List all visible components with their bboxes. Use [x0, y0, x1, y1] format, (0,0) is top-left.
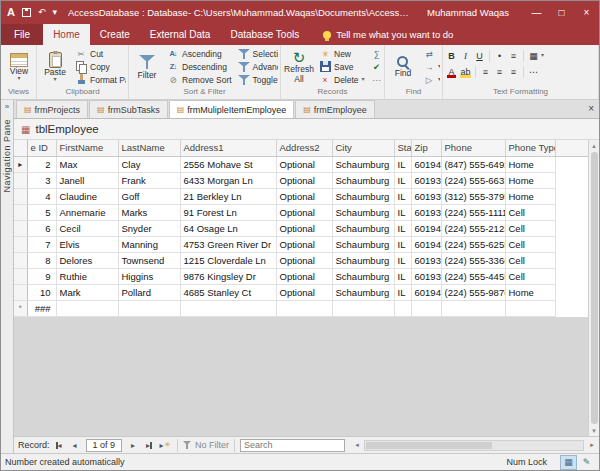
cut-button[interactable]: ✂Cut [73, 47, 126, 60]
table-cell[interactable]: Mark [56, 284, 118, 300]
table-cell[interactable] [394, 300, 411, 316]
table-cell[interactable]: Goff [118, 188, 180, 204]
table-cell[interactable]: Snyder [118, 220, 180, 236]
table-cell[interactable]: 60193 [411, 268, 441, 284]
table-cell[interactable]: 4753 Green River Dr [180, 236, 276, 252]
table-cell[interactable]: 6 [27, 220, 56, 236]
table-cell[interactable]: Cell [505, 204, 555, 220]
table-cell[interactable]: Optional [276, 284, 332, 300]
row-selector[interactable] [14, 268, 27, 284]
descending-button[interactable]: Z↓Descending [165, 60, 234, 73]
row-selector[interactable] [14, 204, 27, 220]
format-painter-button[interactable]: Format Painter [73, 73, 126, 86]
paste-button[interactable]: Paste ▾ [39, 46, 71, 86]
table-cell[interactable]: 3 [27, 172, 56, 188]
column-header[interactable]: LastName [118, 140, 180, 156]
table-cell[interactable]: Optional [276, 268, 332, 284]
align-left-button[interactable]: ≡ [479, 65, 492, 78]
row-selector[interactable] [14, 252, 27, 268]
table-cell[interactable]: Cell [505, 236, 555, 252]
refresh-all-button[interactable]: ↻ Refresh All [283, 46, 315, 86]
table-cell[interactable]: Home [505, 188, 555, 204]
table-cell[interactable]: 9876 Kingsley Dr [180, 268, 276, 284]
new-blank-record-button[interactable]: ▸✳ [158, 439, 172, 452]
table-cell[interactable]: Optional [276, 220, 332, 236]
spelling-button[interactable]: ✔ [369, 60, 382, 73]
customize-qat-icon[interactable]: ▾ [53, 8, 58, 17]
table-cell[interactable]: 5 [27, 204, 56, 220]
bold-button[interactable]: B [445, 49, 458, 62]
font-color-button[interactable]: A [445, 65, 458, 78]
table-cell[interactable]: Claudine [56, 188, 118, 204]
table-cell[interactable]: IL [394, 252, 411, 268]
table-cell[interactable]: 60193 [411, 204, 441, 220]
filter-button[interactable]: Filter [131, 46, 163, 86]
more-formatting-button[interactable]: ⋯ [527, 65, 540, 78]
table-cell[interactable]: 60194 [411, 156, 441, 172]
table-cell[interactable]: 10 [27, 284, 56, 300]
table-cell[interactable]: Home [505, 172, 555, 188]
column-header[interactable]: Stat [394, 140, 411, 156]
tab-database-tools[interactable]: Database Tools [220, 24, 309, 45]
last-record-button[interactable]: ▸ [142, 439, 156, 452]
table-cell[interactable]: Janell [56, 172, 118, 188]
table-cell[interactable]: Schaumburg [332, 220, 394, 236]
align-right-button[interactable]: ≡ [507, 65, 520, 78]
scroll-up-icon[interactable]: ▴ [592, 140, 596, 151]
table-cell[interactable]: IL [394, 268, 411, 284]
table-cell[interactable]: ### [27, 300, 56, 316]
table-cell[interactable]: (224) 555-1111 [441, 204, 505, 220]
table-cell[interactable]: (312) 555-3795 [441, 188, 505, 204]
minimize-button[interactable]: — [524, 1, 549, 24]
table-cell[interactable]: (224) 555-4455 [441, 268, 505, 284]
table-cell[interactable]: Pollard [118, 284, 180, 300]
tab-create[interactable]: Create [90, 24, 140, 45]
table-cell[interactable] [276, 300, 332, 316]
table-cell[interactable]: 60194 [411, 220, 441, 236]
table-cell[interactable]: IL [394, 156, 411, 172]
table-cell[interactable]: 4685 Stanley Ct [180, 284, 276, 300]
table-cell[interactable]: 9 [27, 268, 56, 284]
table-cell[interactable]: Clay [118, 156, 180, 172]
row-selector[interactable] [14, 220, 27, 236]
table-cell[interactable]: Higgins [118, 268, 180, 284]
underline-button[interactable]: U [473, 49, 486, 62]
table-cell[interactable] [411, 300, 441, 316]
table-cell[interactable] [56, 300, 118, 316]
horizontal-scrollbar[interactable]: ◂ ▸ [350, 437, 599, 454]
table-cell[interactable]: Frank [118, 172, 180, 188]
table-cell[interactable]: (224) 555-6631 [441, 172, 505, 188]
horizontal-scrollbar-track[interactable] [364, 440, 584, 451]
table-cell[interactable]: IL [394, 188, 411, 204]
table-cell[interactable]: 60193 [411, 188, 441, 204]
tab-frmEmployee[interactable]: ▤ frmEmployee [295, 100, 375, 118]
table-cell[interactable]: Ruthie [56, 268, 118, 284]
table-cell[interactable]: Schaumburg [332, 188, 394, 204]
vertical-scrollbar-thumb[interactable] [591, 152, 598, 424]
table-cell[interactable]: Manning [118, 236, 180, 252]
scroll-down-icon[interactable]: ▾ [592, 425, 596, 436]
table-cell[interactable]: 2556 Mohave St [180, 156, 276, 172]
table-cell[interactable]: Schaumburg [332, 156, 394, 172]
new-record-button[interactable]: ✳New [317, 47, 367, 60]
tab-frmProjects[interactable]: ▤ frmProjects [16, 100, 88, 118]
table-cell[interactable]: IL [394, 236, 411, 252]
undo-button[interactable]: ↶ [38, 8, 46, 17]
italic-button[interactable]: I [459, 49, 472, 62]
align-center-button[interactable]: ≡ [493, 65, 506, 78]
record-search-input[interactable] [240, 439, 345, 452]
gridlines-button[interactable]: ▦ [527, 49, 540, 62]
column-header[interactable]: City [332, 140, 394, 156]
tab-frmMulipleItemEmployee[interactable]: ▤ frmMulipleItemEmployee [169, 100, 295, 118]
row-selector[interactable] [14, 236, 27, 252]
column-header[interactable]: FirstName [56, 140, 118, 156]
table-cell[interactable]: (224) 555-9876 [441, 284, 505, 300]
table-cell[interactable]: IL [394, 220, 411, 236]
column-header[interactable]: e ID [27, 140, 56, 156]
table-cell[interactable]: Schaumburg [332, 284, 394, 300]
table-cell[interactable]: 60193 [411, 252, 441, 268]
scroll-left-icon[interactable]: ◂ [350, 441, 364, 449]
table-cell[interactable]: Optional [276, 252, 332, 268]
table-cell[interactable]: Elvis [56, 236, 118, 252]
table-cell[interactable]: Home [505, 156, 555, 172]
